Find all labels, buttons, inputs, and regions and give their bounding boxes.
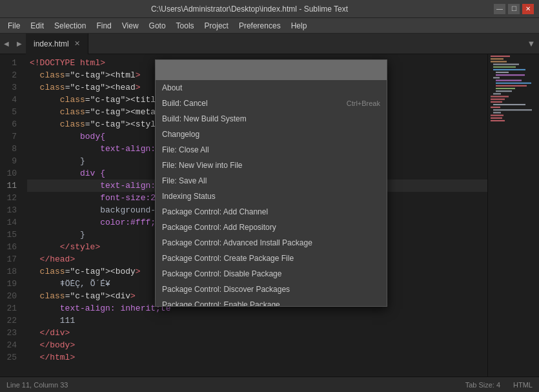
- command-item-label: Package Control: Add Repository: [162, 223, 276, 232]
- command-palette: AboutBuild: CancelCtrl+BreakBuild: New B…: [155, 59, 387, 307]
- command-item[interactable]: Build: CancelCtrl+Break: [156, 96, 387, 111]
- command-list: AboutBuild: CancelCtrl+BreakBuild: New B…: [156, 80, 387, 306]
- command-item[interactable]: Package Control: Advanced Install Packag…: [156, 235, 387, 251]
- menu-item-tools[interactable]: Tools: [171, 20, 199, 32]
- editor-area: 1234567891011121314151617181920212223242…: [0, 54, 539, 377]
- command-item[interactable]: Package Control: Create Package File: [156, 251, 387, 266]
- command-item-label: Changelog: [162, 130, 199, 139]
- command-palette-input[interactable]: [156, 60, 387, 80]
- status-bar-right: Tab Size: 4 HTML: [465, 381, 533, 389]
- command-item[interactable]: File: Close All: [156, 142, 387, 158]
- command-item-label: About: [162, 83, 182, 92]
- command-item[interactable]: File: Save All: [156, 173, 387, 189]
- tab-nav-left[interactable]: ◀: [0, 34, 13, 54]
- command-item-label: Build: New Build System: [162, 114, 247, 123]
- command-item-label: File: Save All: [162, 176, 207, 185]
- command-item-label: Package Control: Enable Package: [162, 300, 280, 306]
- menu-bar: FileEditSelectionFindViewGotoToolsProjec…: [0, 18, 539, 34]
- command-item-label: File: New View into File: [162, 161, 243, 170]
- window-title: C:\Users\Administrator\Desktop\index.htm…: [5, 5, 494, 14]
- close-button[interactable]: ✕: [522, 4, 534, 14]
- menu-item-view[interactable]: View: [117, 20, 144, 32]
- title-bar: C:\Users\Administrator\Desktop\index.htm…: [0, 0, 539, 18]
- tab-bar: ◀ ▶ index.html ✕ ▼: [0, 34, 539, 54]
- command-item-label: Package Control: Add Channel: [162, 207, 268, 216]
- command-item-label: Package Control: Discover Packages: [162, 285, 290, 294]
- window-controls: — ☐ ✕: [494, 4, 534, 14]
- menu-item-preferences[interactable]: Preferences: [234, 20, 286, 32]
- command-item-label: Indexing Status: [162, 192, 216, 201]
- command-item[interactable]: About: [156, 80, 387, 96]
- command-item-label: Build: Cancel: [162, 99, 208, 108]
- command-item-shortcut: Ctrl+Break: [347, 99, 380, 107]
- active-tab[interactable]: index.html ✕: [26, 34, 88, 54]
- menu-item-help[interactable]: Help: [286, 20, 312, 32]
- menu-item-file[interactable]: File: [3, 20, 25, 32]
- command-item[interactable]: Package Control: Enable Package: [156, 297, 387, 306]
- status-position: Line 11, Column 33: [6, 381, 68, 389]
- command-palette-overlay: AboutBuild: CancelCtrl+BreakBuild: New B…: [0, 54, 539, 377]
- command-item[interactable]: Package Control: Discover Packages: [156, 282, 387, 297]
- tab-close-button[interactable]: ✕: [74, 39, 80, 48]
- command-item[interactable]: Indexing Status: [156, 189, 387, 204]
- command-item[interactable]: Build: New Build System: [156, 111, 387, 127]
- menu-item-find[interactable]: Find: [91, 20, 116, 32]
- status-tab-size[interactable]: Tab Size: 4: [465, 381, 500, 389]
- menu-item-selection[interactable]: Selection: [49, 20, 91, 32]
- command-item[interactable]: File: New View into File: [156, 158, 387, 173]
- command-item[interactable]: Package Control: Add Repository: [156, 220, 387, 235]
- command-item-label: File: Close All: [162, 145, 209, 154]
- menu-item-project[interactable]: Project: [199, 20, 234, 32]
- command-item-label: Package Control: Disable Package: [162, 269, 281, 278]
- status-bar: Line 11, Column 33 Tab Size: 4 HTML: [0, 377, 539, 392]
- tab-nav-right[interactable]: ▶: [13, 34, 26, 54]
- command-item[interactable]: Package Control: Add Channel: [156, 204, 387, 220]
- command-item[interactable]: Changelog: [156, 127, 387, 142]
- command-item-label: Package Control: Create Package File: [162, 254, 294, 263]
- maximize-button[interactable]: ☐: [508, 4, 520, 14]
- command-item[interactable]: Package Control: Disable Package: [156, 266, 387, 282]
- tab-filename: index.html: [34, 39, 69, 48]
- minimize-button[interactable]: —: [494, 4, 505, 14]
- status-language[interactable]: HTML: [513, 381, 533, 389]
- command-item-label: Package Control: Advanced Install Packag…: [162, 238, 312, 247]
- tab-dropdown-button[interactable]: ▼: [524, 34, 539, 54]
- menu-item-goto[interactable]: Goto: [144, 20, 171, 32]
- menu-item-edit[interactable]: Edit: [25, 20, 49, 32]
